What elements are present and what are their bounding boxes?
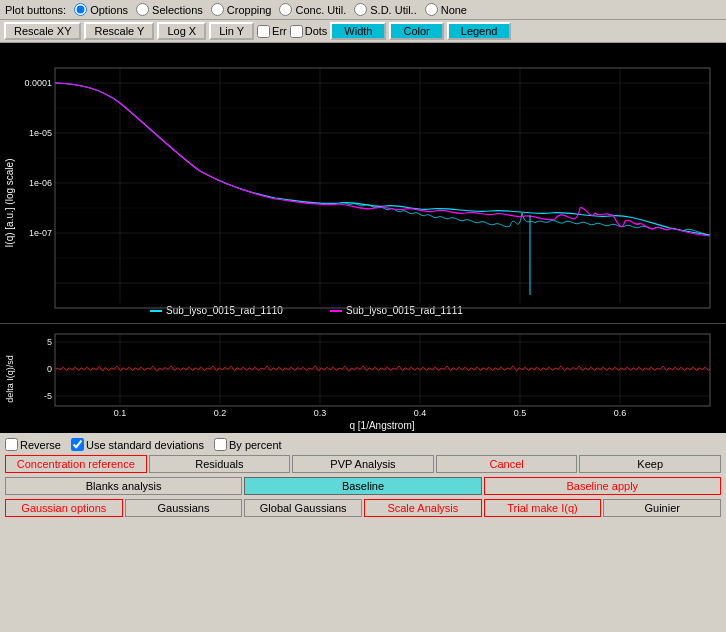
width-button[interactable]: Width [330,22,386,40]
bottom-controls: Reverse Use standard deviations By perce… [0,433,726,522]
lin-y-button[interactable]: Lin Y [209,22,254,40]
trial-make-iq-button[interactable]: Trial make I(q) [484,499,602,517]
legend-color-magenta [330,310,342,312]
main-chart: I(q) [a.u.] (log scale) 0.0001 1e-05 1e-… [0,43,726,323]
radio-selections[interactable]: Selections [136,3,203,16]
by-percent-checkbox[interactable]: By percent [214,438,282,451]
legend-label-cyan: Sub_lyso_0015_rad_1110 [166,305,283,316]
svg-rect-26 [55,334,710,406]
baseline-apply-button[interactable]: Baseline apply [484,477,721,495]
radio-options[interactable]: Options [74,3,128,16]
global-gaussians-button[interactable]: Global Gaussians [244,499,362,517]
cancel-button[interactable]: Cancel [436,455,578,473]
keep-button[interactable]: Keep [579,455,721,473]
action-buttons-row: Concentration reference Residuals PVP An… [5,453,721,475]
residuals-chart: delta I(q)/sd 5 0 -5 0.1 0.2 0.3 0.4 0.5… [0,323,726,433]
err-checkbox[interactable]: Err [257,25,287,38]
x-tick-05: 0.5 [514,408,527,418]
color-button[interactable]: Color [389,22,443,40]
gaussian-buttons-row: Gaussian options Gaussians Global Gaussi… [5,497,721,519]
y-tick-2: 1e-05 [29,128,52,138]
guinier-button[interactable]: Guinier [603,499,721,517]
reverse-checkbox[interactable]: Reverse [5,438,61,451]
concentration-reference-button[interactable]: Concentration reference [5,455,147,473]
curve-cyan-noise [340,203,710,235]
blanks-analysis-button[interactable]: Blanks analysis [5,477,242,495]
gaussians-button[interactable]: Gaussians [125,499,243,517]
baseline-button[interactable]: Baseline [244,477,481,495]
legend-color-cyan [150,310,162,312]
res-y-tick-n5: -5 [44,391,52,401]
res-y-tick-5: 5 [47,337,52,347]
curve-magenta [55,83,710,236]
y-axis-label: I(q) [a.u.] (log scale) [4,159,15,248]
y-tick-1: 0.0001 [24,78,52,88]
baseline-buttons-row: Blanks analysis Baseline Baseline apply [5,475,721,497]
dots-checkbox[interactable]: Dots [290,25,328,38]
residuals-button[interactable]: Residuals [149,455,291,473]
pvp-analysis-button[interactable]: PVP Analysis [292,455,434,473]
x-tick-06: 0.6 [614,408,627,418]
radio-conc-util[interactable]: Conc. Util. [279,3,346,16]
button-bar: Rescale XY Rescale Y Log X Lin Y Err Dot… [0,20,726,43]
gaussian-options-button[interactable]: Gaussian options [5,499,123,517]
plot-buttons-label: Plot buttons: [5,4,66,16]
scale-analysis-button[interactable]: Scale Analysis [364,499,482,517]
x-axis-label: q [1/Angstrom] [349,420,414,431]
legend-label-magenta: Sub_lyso_0015_rad_1111 [346,305,463,316]
residuals-curve [56,366,710,371]
y-tick-4: 1e-07 [29,228,52,238]
radio-none[interactable]: None [425,3,467,16]
controls-checkboxes-row: Reverse Use standard deviations By perce… [5,436,721,453]
residuals-y-label: delta I(q)/sd [5,355,15,403]
x-tick-04: 0.4 [414,408,427,418]
top-bar: Plot buttons: Options Selections Croppin… [0,0,726,20]
svg-rect-16 [55,68,710,308]
x-tick-01: 0.1 [114,408,127,418]
rescale-xy-button[interactable]: Rescale XY [4,22,81,40]
y-tick-3: 1e-06 [29,178,52,188]
res-y-tick-0: 0 [47,364,52,374]
use-std-dev-checkbox[interactable]: Use standard deviations [71,438,204,451]
curve-cyan [55,83,710,235]
chart-wrapper: I(q) [a.u.] (log scale) 0.0001 1e-05 1e-… [0,43,726,433]
radio-cropping[interactable]: Cropping [211,3,272,16]
x-tick-02: 0.2 [214,408,227,418]
radio-sd-util[interactable]: S.D. Util.. [354,3,416,16]
legend-button[interactable]: Legend [447,22,512,40]
x-tick-03: 0.3 [314,408,327,418]
log-x-button[interactable]: Log X [157,22,206,40]
rescale-y-button[interactable]: Rescale Y [84,22,154,40]
